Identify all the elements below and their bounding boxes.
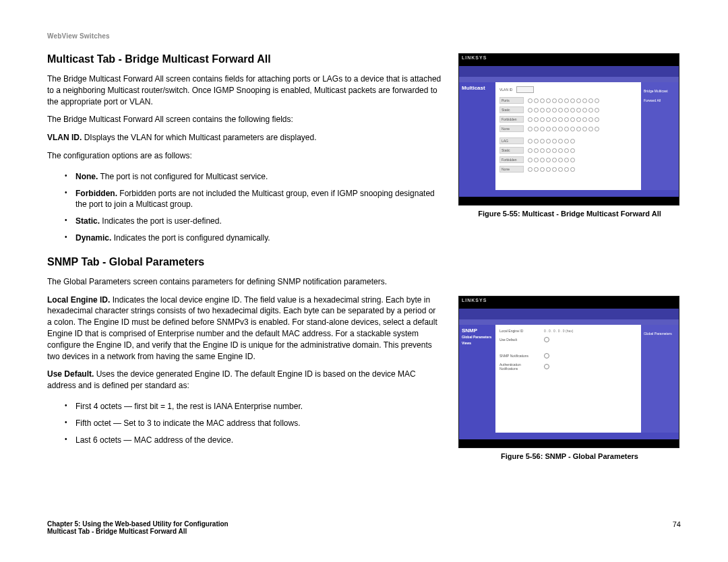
footer-bar [459, 439, 679, 447]
nav-bar [459, 309, 679, 319]
figure-5-55-caption: Figure 5-55: Multicast - Bridge Multicas… [458, 210, 681, 218]
list-item: None. The port is not configured for Mul… [47, 168, 442, 185]
figure-5-56-image: LINKSYS SNMP Global Parameters Views [458, 296, 679, 448]
radio-icon [544, 364, 549, 369]
row-value: 0 . 0 . 0 . 0 . 0 (hex) [544, 329, 573, 333]
right-panel: Bridge Multicast Forward All [641, 82, 679, 190]
page-number: 74 [673, 520, 681, 528]
table-row: Static [499, 147, 637, 154]
nav-bar [459, 66, 679, 77]
table-row: LAG [499, 137, 637, 144]
vlan-id-label: VLAN ID. [47, 133, 82, 142]
list-item: Forbidden. Forbidden ports are not inclu… [47, 185, 442, 214]
footer-chapter: Chapter 5: Using the Web-based Utility f… [47, 520, 229, 528]
table-row: Ports [499, 97, 637, 104]
list-item: Fifth octet — Set to 3 to indicate the M… [47, 415, 442, 432]
bottom-bar [459, 433, 679, 439]
use-default-desc: Uses the device generated Engine ID. The… [47, 369, 416, 390]
row-label: Static [499, 106, 524, 113]
left-panel-item: Global Parameters [462, 335, 493, 340]
octet-list: First 4 octets — first bit = 1, the rest… [47, 398, 442, 448]
table-row: Forbidden [499, 156, 637, 163]
page-header: WebView Switches [47, 32, 681, 40]
left-panel: Multicast [459, 82, 495, 190]
options-intro: The configuration options are as follows… [47, 150, 442, 162]
row-label: Forbidden [499, 116, 524, 123]
right-panel-title: Global Parameters [644, 332, 672, 336]
multicast-options-list: None. The port is not configured for Mul… [47, 168, 442, 247]
opt-dynamic-desc: Indicates the port is configured dynamic… [114, 233, 270, 243]
local-engine-label: Local Engine ID. [47, 295, 110, 305]
list-item: Last 6 octets — MAC address of the devic… [47, 432, 442, 449]
left-panel: SNMP Global Parameters Views [459, 325, 495, 433]
snmp-heading: SNMP Tab - Global Parameters [47, 256, 442, 268]
row-label: Local Engine ID [499, 329, 536, 333]
figure-5-56: LINKSYS SNMP Global Parameters Views [458, 296, 681, 460]
left-panel-item: Views [462, 341, 493, 346]
row-label: Forbidden [499, 156, 524, 163]
brand-bar: LINKSYS [459, 54, 679, 66]
sub-nav-bar [459, 77, 679, 82]
opt-dynamic-label: Dynamic. [75, 233, 111, 243]
snmp-intro: The Global Parameters screen contains pa… [47, 276, 442, 288]
row-label: None [499, 125, 524, 132]
multicast-heading: Multicast Tab - Bridge Multicast Forward… [47, 53, 442, 65]
table-row: Use Default [499, 337, 637, 342]
sub-nav-bar [459, 319, 679, 325]
footer-sub: Multicast Tab - Bridge Multicast Forward… [47, 528, 229, 535]
row-label: Authentication Notifications [499, 363, 536, 371]
left-panel-title: SNMP [462, 327, 477, 334]
vlan-id-desc: DIsplays the VLAN for which Multicast pa… [84, 133, 317, 142]
figure-5-56-caption: Figure 5-56: SNMP - Global Parameters [458, 452, 681, 460]
vlan-id-select [516, 86, 534, 93]
side-column: LINKSYS Multicast VLAN ID [458, 53, 681, 471]
bottom-bar [459, 190, 679, 197]
row-label: None [499, 166, 524, 173]
figure-5-55-image: LINKSYS Multicast VLAN ID [458, 53, 679, 206]
page-footer: Chapter 5: Using the Web-based Utility f… [47, 520, 681, 535]
footer-bar [459, 197, 679, 205]
table-row: SNMP Notifications [499, 353, 637, 358]
right-panel-title: Bridge Multicast Forward All [644, 89, 668, 102]
row-label: Ports [499, 97, 524, 104]
table-row: Forbidden [499, 116, 637, 123]
radio-icon [544, 337, 549, 342]
opt-static-label: Static. [75, 216, 100, 226]
use-default-label: Use Default. [47, 369, 94, 379]
list-item: Dynamic. Indicates the port is configure… [47, 230, 442, 247]
right-panel: Global Parameters [641, 325, 679, 433]
main-column: Multicast Tab - Bridge Multicast Forward… [47, 53, 442, 471]
row-label: LAG [499, 137, 524, 144]
table-row: Authentication Notifications [499, 363, 637, 371]
radio-icon [544, 353, 549, 358]
table-row: None [499, 166, 637, 173]
local-engine-desc: Indicates the local device engine ID. Th… [47, 295, 437, 361]
opt-forbidden-desc: Forbidden ports are not included the Mul… [75, 189, 435, 210]
center-panel: VLAN ID Ports Static Forbidden None LAG … [495, 82, 641, 190]
table-row: Local Engine ID 0 . 0 . 0 . 0 . 0 (hex) [499, 329, 637, 333]
center-panel: Local Engine ID 0 . 0 . 0 . 0 . 0 (hex) … [495, 325, 641, 433]
row-label: Use Default [499, 338, 536, 342]
left-panel-subitems [462, 95, 493, 100]
opt-forbidden-label: Forbidden. [75, 189, 117, 198]
brand-bar: LINKSYS [459, 296, 679, 309]
opt-none-label: None. [75, 172, 98, 181]
vlan-id-field: VLAN ID. DIsplays the VLAN for which Mul… [47, 132, 442, 144]
opt-static-desc: Indicates the port is user-defined. [102, 216, 221, 226]
left-panel-title: Multicast [462, 85, 485, 91]
vlan-id-mini-label: VLAN ID [499, 88, 512, 92]
table-row: Static [499, 106, 637, 113]
row-label: Static [499, 147, 524, 154]
figure-5-55: LINKSYS Multicast VLAN ID [458, 53, 681, 218]
multicast-intro: The Bridge Multicast Forward All screen … [47, 73, 442, 107]
opt-none-desc: The port is not configured for Multicast… [100, 172, 268, 181]
row-label: SNMP Notifications [499, 354, 536, 358]
use-default-field: Use Default. Uses the device generated E… [47, 369, 442, 392]
local-engine-field: Local Engine ID. Indicates the local dev… [47, 294, 442, 363]
table-row: None [499, 125, 637, 132]
list-item: Static. Indicates the port is user-defin… [47, 213, 442, 230]
list-item: First 4 octets — first bit = 1, the rest… [47, 398, 442, 415]
multicast-fields-intro: The Bridge Multicast Forward All screen … [47, 114, 442, 125]
